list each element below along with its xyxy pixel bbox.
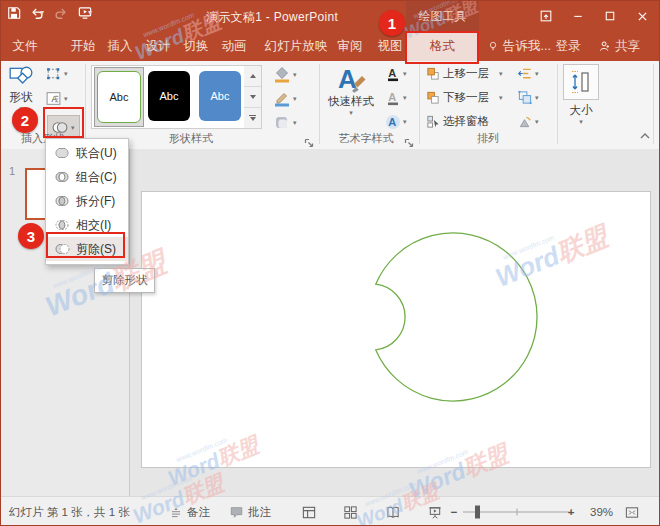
close-button[interactable] [629, 4, 655, 28]
gallery-scroll-up[interactable] [244, 66, 261, 87]
zoom-level[interactable]: 39% [590, 497, 613, 526]
shape-fill-button[interactable]: ▾ [273, 66, 297, 83]
rotate-button[interactable]: ▾ [517, 114, 539, 129]
text-effects-button[interactable]: A▾ [385, 114, 407, 130]
reading-view-icon [385, 505, 401, 520]
edit-shape-icon [45, 65, 62, 82]
tab-file[interactable]: 文件 [13, 31, 38, 61]
gallery-scroll-down[interactable] [244, 87, 261, 108]
minimize-button[interactable] [565, 4, 591, 28]
svg-text:A: A [388, 67, 396, 79]
selection-pane-button[interactable]: 选择窗格 [425, 114, 489, 129]
tab-home[interactable]: 开始 [71, 31, 96, 61]
start-slideshow-icon[interactable]: ▾ [77, 5, 92, 20]
title-bar: ▾ ▾ 演示文稿1 - PowerPoint 绘图工具 [1, 1, 659, 31]
menu-item-fragment[interactable]: 拆分(F) [46, 189, 128, 213]
text-fill-button[interactable]: A▾ [385, 66, 407, 82]
fit-slide-to-window-button[interactable] [624, 497, 640, 526]
text-outline-button[interactable]: A▾ [385, 90, 407, 106]
quick-access-toolbar: ▾ ▾ [7, 5, 92, 20]
collapse-ribbon-button[interactable] [639, 127, 651, 145]
slide-sorter-view-button[interactable] [343, 497, 358, 526]
ribbon-format: 形状 ▾ ▾ A▾ ▾ 插入形状 Abc Abc Abc ▾ ▾ [1, 61, 659, 150]
insert-shapes-gallery-button[interactable]: 形状 ▾ [5, 64, 37, 113]
notes-button[interactable]: 备注 [169, 497, 210, 526]
menu-item-combine[interactable]: 组合(C) [46, 165, 128, 189]
tab-design[interactable]: 设计 [146, 31, 171, 61]
text-fill-icon: A [385, 66, 401, 82]
quick-styles-button[interactable]: A 快速样式 ▾ [325, 64, 377, 117]
shape-styles-dialog-launcher[interactable] [304, 135, 315, 146]
group-objects-icon [517, 90, 533, 105]
tab-transitions[interactable]: 切换 [184, 31, 209, 61]
send-backward-button[interactable]: 下移一层▾ [425, 90, 503, 105]
slide-canvas[interactable] [141, 191, 651, 468]
tab-animations[interactable]: 动画 [222, 31, 247, 61]
gallery-more-button[interactable] [244, 108, 261, 128]
zoom-slider-thumb [475, 506, 480, 519]
ribbon-display-options-icon[interactable] [533, 4, 559, 28]
bring-forward-label: 上移一层 [443, 66, 489, 81]
size-button[interactable]: 大小 ▾ [563, 64, 599, 126]
selection-pane-icon [425, 114, 441, 129]
shape-style-1[interactable]: Abc [97, 71, 141, 123]
sign-in-button[interactable]: 登录 [556, 31, 581, 61]
svg-text:A: A [388, 116, 396, 128]
maximize-button[interactable] [597, 4, 623, 28]
shape-style-3[interactable]: Abc [199, 71, 241, 121]
group-label-wordart-styles: 艺术字样式 [339, 131, 394, 146]
send-backward-label: 下移一层 [443, 90, 489, 105]
shape-fill-icon [273, 66, 291, 83]
intersect-icon [54, 217, 70, 233]
fragment-icon [54, 193, 70, 209]
annotation-step-1: 1 [379, 10, 405, 36]
tab-slideshow[interactable]: 幻灯片放映 [265, 31, 328, 61]
group-label-arrange: 排列 [477, 131, 499, 146]
combine-icon [54, 169, 70, 185]
edit-shape-button[interactable]: ▾ [45, 65, 68, 82]
normal-view-button[interactable] [301, 497, 317, 526]
shape-effects-icon [273, 114, 291, 131]
annotation-step-2: 2 [12, 107, 38, 133]
slideshow-view-icon [427, 505, 443, 520]
shape-outline-button[interactable]: ▾ [273, 90, 297, 107]
annotation-step-3: 3 [18, 223, 44, 249]
share-button[interactable]: 共享 [598, 31, 640, 61]
annotation-box-subtract [46, 232, 125, 258]
tell-me-box[interactable]: 告诉我... [487, 31, 551, 61]
tab-insert[interactable]: 插入 [108, 31, 133, 61]
powerpoint-window: ▾ ▾ 演示文稿1 - PowerPoint 绘图工具 文件 开始 插入 设计 … [0, 0, 660, 526]
align-button[interactable]: ▾ [517, 66, 539, 81]
tab-review[interactable]: 审阅 [338, 31, 363, 61]
size-button-label: 大小 [570, 103, 593, 118]
zoom-out-button[interactable]: − [450, 497, 458, 526]
shape-style-2[interactable]: Abc [148, 71, 190, 121]
reading-view-button[interactable] [385, 497, 401, 526]
text-box-button[interactable]: A▾ [45, 90, 68, 107]
notes-icon [169, 506, 183, 519]
quick-styles-label: 快速样式 [328, 94, 374, 109]
undo-icon[interactable]: ▾ [30, 6, 44, 20]
shape-outline-icon [273, 90, 291, 107]
shape-effects-button[interactable]: ▾ [273, 114, 297, 131]
menu-item-union[interactable]: 联合(U) [46, 141, 128, 165]
zoom-in-button[interactable]: + [567, 497, 575, 526]
svg-text:A: A [388, 91, 396, 103]
subtract-shapes-tooltip: 剪除形状 [94, 268, 155, 293]
text-effects-icon: A [385, 114, 401, 130]
subtracted-circle-shape[interactable] [142, 192, 650, 467]
comments-button[interactable]: 批注 [229, 497, 271, 526]
slide-number: 1 [9, 165, 15, 177]
slide-counter: 幻灯片 第 1 张，共 1 张 [9, 497, 130, 526]
zoom-slider[interactable] [463, 497, 571, 526]
save-icon[interactable] [7, 6, 21, 20]
bring-forward-button[interactable]: 上移一层▾ [425, 66, 503, 81]
size-icon [570, 70, 592, 94]
annotation-box-format-tab [405, 31, 479, 64]
redo-icon[interactable] [53, 6, 68, 20]
send-backward-icon [425, 90, 441, 105]
fit-to-window-icon [624, 505, 640, 520]
group-objects-button[interactable]: ▾ [517, 90, 539, 105]
slideshow-view-button[interactable] [427, 497, 443, 526]
wordart-styles-dialog-launcher[interactable] [404, 135, 415, 146]
